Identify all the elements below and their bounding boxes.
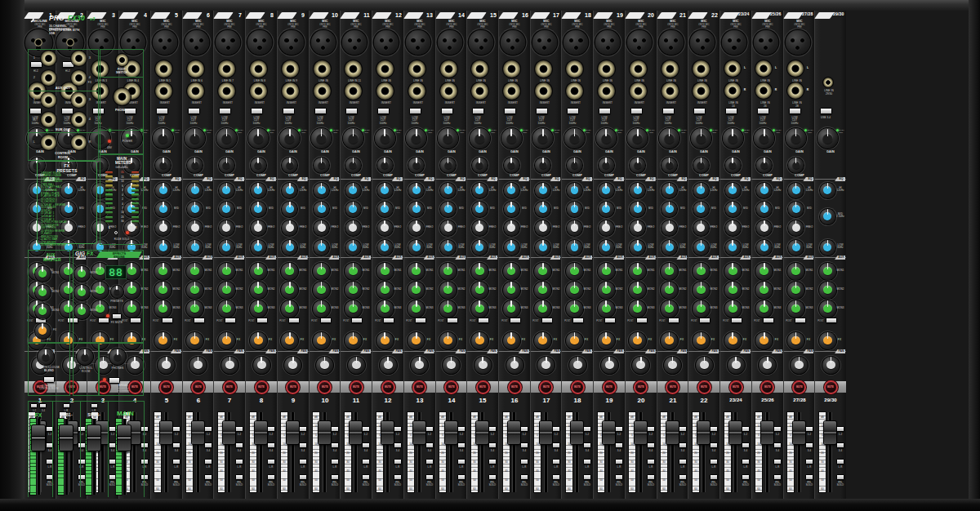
pre-post-switch[interactable] — [415, 318, 426, 323]
eq-freq-knob[interactable] — [472, 220, 488, 236]
assign-button-1-2[interactable] — [394, 426, 402, 432]
aux-master-mon3-knob[interactable] — [35, 304, 51, 319]
assign-button-pfl-solo[interactable] — [362, 474, 370, 480]
comp-knob[interactable] — [314, 158, 329, 173]
low-cut-switch[interactable] — [472, 108, 484, 114]
assign-button-pfl-solo[interactable] — [679, 474, 687, 480]
to-phones-control-room-button[interactable] — [43, 376, 55, 383]
assign-button-pfl-solo[interactable] — [615, 474, 623, 480]
assign-button-3-4[interactable] — [679, 442, 687, 448]
low-cut-switch[interactable] — [599, 108, 611, 114]
aux-mon2-knob[interactable] — [345, 282, 362, 299]
aux-mon1-knob[interactable] — [661, 263, 678, 280]
eq-hi-knob[interactable] — [187, 183, 203, 198]
pre-post-switch[interactable] — [351, 318, 363, 323]
aux-mon3-knob[interactable] — [186, 300, 203, 318]
eq-mid-knob[interactable] — [219, 202, 234, 217]
eq-mid-knob[interactable] — [187, 202, 203, 217]
assign-button-pfl-solo[interactable] — [773, 474, 782, 480]
gain-knob[interactable] — [691, 128, 711, 149]
eq-low-knob[interactable] — [377, 240, 393, 256]
fader-handle[interactable] — [635, 421, 647, 444]
low-cut-switch[interactable] — [219, 108, 231, 114]
comp-knob[interactable] — [535, 158, 550, 173]
break-button[interactable] — [109, 377, 120, 384]
aux-mon1-knob[interactable] — [598, 263, 615, 280]
gain-knob[interactable] — [470, 128, 490, 149]
eq-hi-knob[interactable] — [314, 183, 329, 198]
gain-knob[interactable] — [786, 128, 806, 149]
eq-freq-knob[interactable] — [282, 220, 297, 236]
gain-knob[interactable] — [279, 128, 300, 149]
assign-button-l-r[interactable] — [140, 459, 149, 464]
pre-post-switch[interactable] — [636, 318, 648, 323]
aux-mon3-knob[interactable] — [819, 300, 836, 318]
assign-button-pfl-solo[interactable] — [204, 474, 212, 480]
eq-freq-knob[interactable] — [504, 220, 519, 236]
eq-hi-knob[interactable] — [251, 183, 266, 198]
assign-button-pfl-solo[interactable] — [647, 474, 655, 480]
gain-knob[interactable] — [185, 128, 205, 149]
low-cut-switch[interactable] — [757, 108, 769, 114]
assign-button-3-4[interactable] — [394, 442, 402, 448]
fader-handle[interactable] — [824, 421, 836, 444]
fx-send-knob[interactable] — [218, 332, 235, 349]
pre-post-switch[interactable] — [194, 318, 205, 323]
pre-post-switch[interactable] — [225, 318, 236, 323]
fader-handle[interactable] — [192, 421, 204, 444]
assign-button-1-2[interactable] — [710, 426, 718, 432]
gain-knob[interactable] — [438, 128, 458, 149]
assign-button-1-2[interactable] — [836, 426, 844, 432]
control-room-knob[interactable] — [77, 349, 93, 365]
pre-post-switch[interactable] — [763, 318, 774, 323]
aux-mon2-knob[interactable] — [503, 282, 520, 299]
fx-send-knob[interactable] — [629, 332, 646, 349]
pan-knob[interactable] — [380, 357, 397, 374]
eq-mid-knob[interactable] — [282, 202, 297, 217]
eq-hi-knob[interactable] — [472, 183, 488, 198]
assign-button-l-r[interactable] — [615, 459, 623, 464]
aux-mon2-knob[interactable] — [787, 282, 804, 299]
eq-hi-knob[interactable] — [440, 183, 456, 198]
aux-mon1-knob[interactable] — [629, 263, 646, 280]
assign-button-l-r[interactable] — [583, 459, 591, 464]
fader-handle[interactable] — [318, 421, 331, 444]
assign-button-3-4[interactable] — [140, 442, 149, 448]
eq-mid-knob[interactable] — [408, 202, 424, 217]
eq-low-knob[interactable] — [788, 240, 804, 256]
eq-mid-knob[interactable] — [314, 202, 329, 217]
aux-mon2-knob[interactable] — [471, 282, 488, 299]
eq-hi-knob[interactable] — [377, 183, 393, 198]
eq-hi-knob[interactable] — [155, 183, 171, 198]
low-cut-switch[interactable] — [409, 108, 421, 114]
eq-freq-knob[interactable] — [756, 220, 772, 236]
assign-button-3-4[interactable] — [773, 442, 782, 448]
pre-post-switch[interactable] — [510, 318, 521, 323]
eq-freq-knob[interactable] — [599, 220, 614, 236]
fx-send-knob[interactable] — [598, 332, 615, 349]
fx-send-knob[interactable] — [313, 332, 330, 349]
gain-knob[interactable] — [375, 128, 395, 149]
eq-hi-knob[interactable] — [567, 183, 582, 198]
pre-post-switch[interactable] — [572, 318, 584, 323]
gigfx-mon3-knob[interactable] — [74, 304, 90, 319]
assign-button-3-4[interactable] — [583, 442, 591, 448]
aux-mon3-knob[interactable] — [471, 300, 488, 318]
pan-knob[interactable] — [411, 357, 428, 374]
eq-hi-knob[interactable] — [788, 183, 804, 198]
master-fader-handle[interactable] — [60, 425, 73, 451]
eq-freq-knob[interactable] — [345, 220, 361, 236]
gigfx-mon2-knob[interactable] — [74, 285, 90, 300]
eq-hi-knob[interactable] — [756, 183, 772, 198]
eq-hi-knob[interactable] — [408, 183, 424, 198]
aux-mon1-knob[interactable] — [534, 263, 551, 280]
assign-button-3-4[interactable] — [710, 442, 718, 448]
aux-mon2-knob[interactable] — [755, 282, 773, 299]
fader-handle[interactable] — [223, 421, 235, 444]
assign-button-pfl-solo[interactable] — [742, 474, 750, 480]
eq-mid-knob[interactable] — [725, 202, 741, 217]
assign-button-1-2[interactable] — [520, 426, 528, 432]
eq-low-knob[interactable] — [504, 240, 519, 256]
assign-button-l-r[interactable] — [204, 459, 212, 464]
eq-mid-knob[interactable] — [756, 202, 772, 217]
